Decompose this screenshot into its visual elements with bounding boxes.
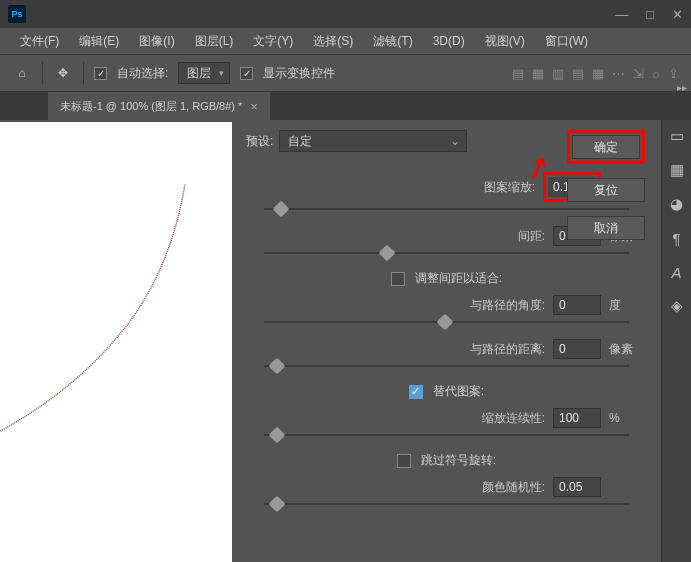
more-icon[interactable]: ⋯ (612, 66, 625, 81)
document-tab-title: 未标题-1 @ 100% (图层 1, RGB/8#) * (60, 99, 242, 114)
tab-close-icon[interactable]: × (250, 99, 258, 114)
ok-button-highlight: 确定 (567, 130, 645, 164)
color-random-slider[interactable] (264, 503, 629, 505)
move-tool-icon[interactable]: ✥ (53, 63, 73, 83)
canvas[interactable] (0, 120, 232, 562)
close-button[interactable]: ✕ (672, 7, 683, 22)
align-icon[interactable]: ▤ (512, 66, 524, 81)
menu-type[interactable]: 文字(Y) (245, 30, 301, 53)
skip-symbol-checkbox[interactable] (397, 454, 411, 468)
home-icon[interactable]: ⌂ (12, 63, 32, 83)
menu-bar: 文件(F) 编辑(E) 图像(I) 图层(L) 文字(Y) 选择(S) 滤镜(T… (0, 28, 691, 54)
color-random-label: 颜色随机性: (482, 479, 545, 496)
auto-select-label: 自动选择: (117, 65, 168, 82)
menu-layer[interactable]: 图层(L) (187, 30, 242, 53)
menu-window[interactable]: 窗口(W) (537, 30, 596, 53)
menu-view[interactable]: 视图(V) (477, 30, 533, 53)
dialog-panel: 预设: 自定 图案缩放: 间距: 像素 调整间距以适合: 与路径的角度: 度 (232, 120, 661, 562)
options-bar: ⌂ ✥ 自动选择: 图层 显示变换控件 ▤ ▦ ▥ ▤ ▦ ⋯ ⇲ ⌕ ⇪ (0, 54, 691, 92)
right-dock: ▭ ▦ ◕ ¶ A ◈ (661, 120, 691, 562)
auto-select-checkbox[interactable] (94, 67, 107, 80)
color-random-input[interactable] (553, 477, 601, 497)
preset-label: 预设: (246, 133, 273, 150)
menu-3d[interactable]: 3D(D) (425, 31, 473, 51)
layers-panel-icon[interactable]: ◈ (667, 296, 687, 316)
ok-button[interactable]: 确定 (572, 135, 640, 159)
angle-input[interactable] (553, 295, 601, 315)
align-icon[interactable]: ▥ (552, 66, 564, 81)
collapse-panels-icon[interactable]: ▸▸ (677, 82, 687, 93)
angle-slider[interactable] (264, 321, 629, 323)
reset-button[interactable]: 复位 (567, 178, 645, 202)
cancel-button[interactable]: 取消 (567, 216, 645, 240)
menu-file[interactable]: 文件(F) (12, 30, 67, 53)
color-panel-icon[interactable]: ◕ (667, 194, 687, 214)
spacing-slider[interactable] (264, 252, 629, 254)
menu-select[interactable]: 选择(S) (305, 30, 361, 53)
adjust-spacing-label: 调整间距以适合: (415, 270, 502, 287)
angle-unit: 度 (609, 297, 637, 314)
path-stroke (0, 164, 230, 444)
distance-unit: 像素 (609, 341, 637, 358)
align-icon[interactable]: ▦ (532, 66, 544, 81)
overflow-icon[interactable]: ⇲ (633, 66, 644, 81)
show-transform-label: 显示变换控件 (263, 65, 335, 82)
document-tab[interactable]: 未标题-1 @ 100% (图层 1, RGB/8#) * × (48, 92, 270, 120)
maximize-button[interactable]: □ (646, 7, 654, 22)
paragraph-panel-icon[interactable]: ¶ (667, 228, 687, 248)
auto-select-target-dropdown[interactable]: 图层 (178, 62, 230, 84)
character-panel-icon[interactable]: A (667, 262, 687, 282)
alt-pattern-checkbox[interactable] (409, 385, 423, 399)
minimize-button[interactable]: — (615, 7, 628, 22)
show-transform-checkbox[interactable] (240, 67, 253, 80)
distance-input[interactable] (553, 339, 601, 359)
menu-filter[interactable]: 滤镜(T) (365, 30, 420, 53)
menu-image[interactable]: 图像(I) (131, 30, 182, 53)
search-icon[interactable]: ⌕ (652, 66, 660, 81)
skip-symbol-label: 跳过符号旋转: (421, 452, 496, 469)
ps-logo: Ps (8, 5, 26, 23)
align-icon[interactable]: ▦ (592, 66, 604, 81)
scale-continuity-label: 缩放连续性: (482, 410, 545, 427)
distance-label: 与路径的距离: (470, 341, 545, 358)
menu-edit[interactable]: 编辑(E) (71, 30, 127, 53)
preset-dropdown[interactable]: 自定 (279, 130, 467, 152)
scale-continuity-unit: % (609, 411, 637, 425)
adjust-spacing-checkbox[interactable] (391, 272, 405, 286)
scale-continuity-input[interactable] (553, 408, 601, 428)
angle-label: 与路径的角度: (470, 297, 545, 314)
align-icon[interactable]: ▤ (572, 66, 584, 81)
scale-continuity-slider[interactable] (264, 434, 629, 436)
alt-pattern-label: 替代图案: (433, 383, 484, 400)
history-panel-icon[interactable]: ▭ (667, 126, 687, 146)
swatches-panel-icon[interactable]: ▦ (667, 160, 687, 180)
share-icon[interactable]: ⇪ (668, 66, 679, 81)
distance-slider[interactable] (264, 365, 629, 367)
spacing-label: 间距: (518, 228, 545, 245)
